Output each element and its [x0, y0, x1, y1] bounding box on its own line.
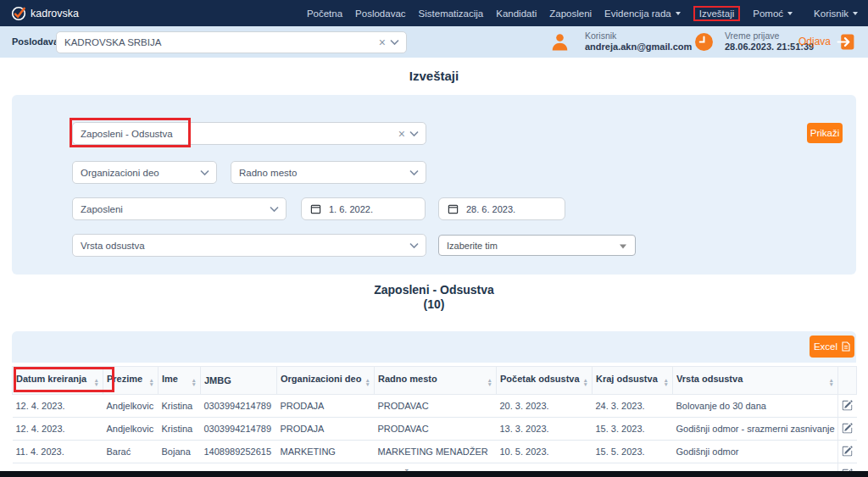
col-header-actions	[838, 367, 857, 395]
cell-ime: Kristina	[159, 418, 201, 441]
pencil-square-icon[interactable]	[842, 423, 853, 434]
cell-kraj-odsustva: 15. 5. 2023.	[593, 441, 673, 463]
cell-prezime: Andjelkovic	[103, 418, 159, 441]
x-clear-icon[interactable]	[379, 36, 386, 48]
cell-ime: Kristina	[159, 395, 201, 418]
cell-vrsta-odsustva: Bolovanje do 30 dana	[673, 395, 838, 418]
chevron-down-icon	[409, 242, 419, 248]
employer-select[interactable]: KADROVSKA SRBIJA	[56, 31, 407, 53]
cell-ime: Bojana	[159, 441, 201, 463]
team-select[interactable]: Izaberite tim	[438, 235, 636, 256]
col-header-vrsta-odsustva[interactable]: Vrsta odsustva	[673, 367, 838, 395]
cell-radno-mesto: PRODAVAC	[375, 395, 497, 418]
sort-arrows-icon	[94, 379, 99, 386]
absence-type-select[interactable]: Vrsta odsustva	[72, 234, 426, 257]
sort-arrows-icon	[487, 379, 492, 386]
cell-pocetak-odsustva: 10. 5. 2023.	[497, 441, 593, 463]
date-from-input[interactable]: 1. 6. 2022.	[301, 197, 426, 220]
x-clear-icon[interactable]	[398, 127, 405, 139]
filter-panel: Zaposleni - Odsustva Prikaži Organizacio…	[12, 95, 856, 275]
cell-radno-mesto: MARKETING MENADŽER	[375, 441, 497, 463]
employer-bar: Poslodavac KADROVSKA SRBIJA Korisnik and…	[0, 26, 868, 58]
calendar-icon	[310, 203, 321, 214]
employee-select[interactable]: Zaposleni	[72, 197, 287, 220]
cell-datum-kreiranja: 12. 4. 2023.	[13, 395, 103, 418]
table-row: 12. 4. 2023. Andjelkovic Kristina 030399…	[13, 395, 857, 418]
file-icon	[842, 341, 850, 352]
nav-item-poslodavac[interactable]: Poslodavac	[355, 8, 405, 19]
chevron-down-icon	[409, 130, 419, 136]
bottom-edge-bar	[0, 471, 868, 477]
cell-pocetak-odsustva: 13. 3. 2023.	[497, 418, 593, 441]
cell-kraj-odsustva: 15. 3. 2023.	[593, 418, 673, 441]
chevron-down-icon	[853, 12, 858, 15]
chevron-down-icon	[676, 12, 681, 15]
nav-item-sistematizacija[interactable]: Sistematizacija	[419, 8, 484, 19]
cell-datum-kreiranja: 12. 4. 2023.	[13, 418, 103, 441]
cell-vrsta-odsustva: Godišnji odmor - srazmerni zasnivanje	[673, 418, 838, 441]
chevron-down-icon	[270, 206, 279, 212]
cell-jmbg: 0303994214789	[201, 395, 277, 418]
chevron-down-icon	[200, 169, 209, 175]
brand-name: kadrovska	[31, 8, 79, 19]
col-header-jmbg[interactable]: JMBG	[201, 367, 277, 395]
user-info: Korisnik andreja.akn@gmail.com	[585, 31, 692, 53]
calendar-icon	[448, 203, 459, 214]
col-header-radno-mesto[interactable]: Radno mesto	[375, 367, 497, 395]
sort-arrows-icon	[149, 379, 154, 386]
nav-item-kandidati[interactable]: Kandidati	[496, 8, 537, 19]
col-header-organizacioni-deo[interactable]: Organizacioni deo	[277, 367, 375, 395]
cell-prezime: Barać	[103, 441, 159, 463]
col-header-kraj-odsustva[interactable]: Kraj odsustva	[593, 367, 673, 395]
check-circle-logo-icon	[10, 5, 27, 22]
results-title-text: Zaposleni - Odsustva	[0, 283, 868, 297]
cell-jmbg: 1408989252615	[201, 441, 277, 463]
table-toolbar: Excel	[12, 331, 856, 363]
chevron-down-icon	[787, 12, 793, 15]
cell-datum-kreiranja: 11. 4. 2023.	[13, 441, 103, 463]
pencil-square-icon[interactable]	[842, 446, 853, 457]
col-header-datum-kreiranja[interactable]: Datum kreiranja	[13, 367, 103, 395]
excel-export-button[interactable]: Excel	[810, 336, 854, 358]
col-header-prezime[interactable]: Prezime	[103, 367, 159, 395]
cell-organizacioni-deo: PRODAJA	[277, 418, 375, 441]
sort-arrows-icon	[583, 379, 588, 386]
col-header-ime[interactable]: Ime	[159, 367, 201, 395]
results-count: (10)	[0, 297, 868, 312]
cell-organizacioni-deo: PRODAJA	[277, 395, 375, 418]
user-email: andreja.akn@gmail.com	[585, 42, 692, 53]
sort-arrows-icon	[192, 379, 197, 386]
nav-item-izvestaji[interactable]: Izveštaji	[693, 6, 741, 21]
date-from-value: 1. 6. 2022.	[329, 204, 373, 214]
date-to-input[interactable]: 28. 6. 2023.	[438, 197, 565, 220]
nav-item-zaposleni[interactable]: Zaposleni	[549, 8, 592, 19]
logout-link[interactable]: Odjava	[798, 36, 831, 47]
show-button[interactable]: Prikaži	[807, 123, 843, 143]
org-unit-select[interactable]: Organizacioni deo	[72, 161, 217, 184]
cell-jmbg: 0303994214789	[201, 418, 277, 441]
nav-item-korisnik[interactable]: Korisnik	[814, 8, 858, 19]
app-window: kadrovska Početna Poslodavac Sistematiza…	[0, 0, 868, 477]
chevron-down-icon	[620, 244, 626, 248]
absences-table: Datum kreiranja Prezime Ime JMBG Organiz…	[12, 366, 857, 477]
work-position-select[interactable]: Radno mesto	[231, 161, 426, 184]
report-type-select[interactable]: Zaposleni - Odsustva	[72, 122, 426, 145]
nav-item-pomoc[interactable]: Pomoć	[753, 8, 793, 19]
cell-prezime: Andjelkovic	[103, 395, 159, 418]
brand-logo[interactable]: kadrovska	[10, 5, 79, 22]
table-row: 12. 4. 2023. Andjelkovic Kristina 030399…	[13, 418, 857, 441]
table-row: 11. 4. 2023. Barać Bojana 1408989252615 …	[13, 441, 857, 463]
top-navbar: kadrovska Početna Poslodavac Sistematiza…	[0, 0, 868, 26]
cell-actions	[838, 395, 857, 418]
sort-arrows-icon	[365, 379, 370, 386]
table-header-row: Datum kreiranja Prezime Ime JMBG Organiz…	[13, 367, 857, 395]
clock-icon	[694, 32, 714, 55]
sort-arrows-icon	[829, 379, 834, 386]
box-arrow-right-icon[interactable]	[837, 32, 856, 55]
nav-item-pocetna[interactable]: Početna	[307, 8, 342, 19]
nav-item-evidencija-rada[interactable]: Evidencija rada	[604, 8, 681, 19]
pencil-square-icon[interactable]	[842, 400, 853, 411]
sort-arrows-icon	[664, 379, 669, 386]
col-header-pocetak-odsustva[interactable]: Početak odsustva	[497, 367, 593, 395]
chevron-down-icon	[409, 169, 419, 175]
